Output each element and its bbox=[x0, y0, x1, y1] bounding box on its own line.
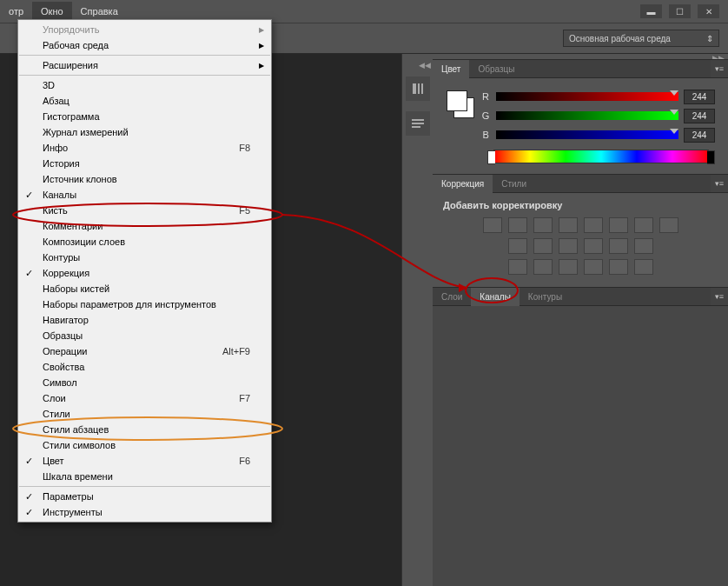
adj-icon-4[interactable] bbox=[584, 259, 603, 275]
color-bal-icon[interactable] bbox=[634, 217, 653, 233]
r-slider-handle[interactable] bbox=[670, 90, 678, 96]
menu-item[interactable]: Стили символов bbox=[18, 437, 271, 453]
r-slider[interactable] bbox=[496, 92, 678, 101]
menu-item[interactable]: Свойства bbox=[18, 359, 271, 375]
menu-item-label: Абзац bbox=[43, 96, 69, 106]
layers-panel-tabs: Слои Каналы Контуры ▾≡ bbox=[433, 287, 728, 306]
bw-icon[interactable] bbox=[659, 217, 678, 233]
menu-item[interactable]: Стили абзацев bbox=[18, 422, 271, 437]
workspace-selector[interactable]: Основная рабочая среда ⇕ bbox=[563, 30, 719, 47]
menu-item-label: Рабочая среда bbox=[43, 40, 109, 50]
menu-item[interactable]: ✓Коррекция bbox=[18, 265, 271, 281]
tab-swatches[interactable]: Образцы bbox=[469, 60, 523, 78]
hue-sat-icon[interactable] bbox=[609, 217, 628, 233]
menubar-item-truncated[interactable]: отр bbox=[0, 2, 32, 21]
menu-item[interactable]: Комментарии bbox=[18, 218, 271, 234]
menu-item-shortcut: F6 bbox=[239, 456, 250, 466]
adj-icon-3[interactable] bbox=[559, 259, 578, 275]
menu-item[interactable]: Стили bbox=[18, 406, 271, 422]
menu-item[interactable]: Навигатор bbox=[18, 312, 271, 328]
menu-item[interactable]: СлоиF7 bbox=[18, 390, 271, 406]
tab-styles[interactable]: Стили bbox=[493, 175, 535, 193]
b-slider-handle[interactable] bbox=[670, 129, 678, 134]
posterize-icon[interactable] bbox=[609, 238, 628, 254]
menu-item[interactable]: Источник клонов bbox=[18, 171, 271, 187]
menu-item[interactable]: Образцы bbox=[18, 328, 271, 343]
tab-layers[interactable]: Слои bbox=[433, 288, 471, 306]
menu-item-label: Наборы кистей bbox=[43, 283, 109, 294]
menu-item[interactable]: ИнфоF8 bbox=[18, 140, 271, 156]
g-slider-handle[interactable] bbox=[670, 110, 678, 115]
menu-item[interactable]: Композиции слоев bbox=[18, 234, 271, 250]
window-menu-dropdown: УпорядочитьРабочая средаРасширения3DАбза… bbox=[17, 19, 272, 523]
b-slider[interactable] bbox=[496, 130, 678, 139]
menu-item-label: Инструменты bbox=[43, 507, 103, 517]
menu-item-shortcut: F5 bbox=[239, 205, 250, 216]
menu-item[interactable]: Расширения bbox=[18, 57, 271, 73]
menu-item[interactable]: ✓ЦветF6 bbox=[18, 453, 271, 469]
r-value-input[interactable]: 244 bbox=[684, 90, 715, 104]
menu-item[interactable]: ✓Каналы bbox=[18, 187, 271, 203]
menu-item-label: Упорядочить bbox=[43, 24, 99, 35]
hue-ramp[interactable] bbox=[493, 150, 709, 163]
collapsed-panel-icon-2[interactable] bbox=[406, 111, 430, 136]
levels-icon[interactable] bbox=[508, 217, 527, 233]
b-value-input[interactable]: 244 bbox=[684, 128, 715, 143]
grad-map-icon[interactable] bbox=[508, 259, 527, 275]
close-button[interactable]: ✕ bbox=[698, 4, 719, 18]
menu-item-shortcut: F7 bbox=[239, 393, 250, 403]
tab-channels[interactable]: Каналы bbox=[471, 288, 520, 306]
menu-item[interactable]: Гистограмма bbox=[18, 109, 271, 124]
menu-item[interactable]: История bbox=[18, 156, 271, 171]
tab-corrections[interactable]: Коррекция bbox=[433, 175, 493, 193]
foreground-color-swatch[interactable] bbox=[447, 90, 467, 111]
menu-item-label: Инфо bbox=[43, 143, 68, 153]
fg-bg-swatch[interactable] bbox=[443, 87, 478, 122]
menu-item[interactable]: Абзац bbox=[18, 93, 271, 109]
threshold-icon[interactable] bbox=[634, 238, 653, 254]
menu-item-label: Цвет bbox=[43, 456, 64, 466]
svg-rect-5 bbox=[412, 126, 420, 128]
menu-item-label: Комментарии bbox=[43, 221, 103, 231]
curves-icon[interactable] bbox=[533, 217, 553, 233]
menu-item[interactable]: ✓Инструменты bbox=[18, 504, 271, 520]
adj-icon-5[interactable] bbox=[609, 259, 628, 275]
panel-flyout-menu-icon[interactable]: ▾≡ bbox=[711, 60, 728, 77]
exposure-icon[interactable] bbox=[559, 217, 578, 233]
collapsed-panel-icon-1[interactable] bbox=[406, 77, 430, 101]
vibrance-icon[interactable] bbox=[584, 217, 603, 233]
menu-item[interactable]: Контуры bbox=[18, 250, 271, 265]
menu-separator bbox=[19, 486, 270, 487]
adj-icon-6[interactable] bbox=[634, 259, 653, 275]
tab-color[interactable]: Цвет bbox=[433, 60, 469, 78]
tab-paths[interactable]: Контуры bbox=[520, 288, 571, 306]
brightness-icon[interactable] bbox=[483, 217, 502, 233]
minimize-button[interactable]: ▬ bbox=[640, 4, 662, 18]
menu-item[interactable]: 3D bbox=[18, 77, 271, 93]
menu-item[interactable]: Наборы кистей bbox=[18, 281, 271, 296]
g-slider[interactable] bbox=[496, 111, 678, 120]
menu-item[interactable]: Наборы параметров для инструментов bbox=[18, 296, 271, 312]
menu-item[interactable]: КистьF5 bbox=[18, 203, 271, 218]
channel-mixer-icon[interactable] bbox=[533, 238, 553, 254]
menu-item[interactable]: Рабочая среда bbox=[18, 37, 271, 53]
sel-color-icon[interactable] bbox=[533, 259, 553, 275]
g-value-input[interactable]: 244 bbox=[684, 109, 715, 123]
menubar-item-help[interactable]: Справка bbox=[72, 2, 127, 21]
menubar-item-window[interactable]: Окно bbox=[32, 2, 72, 21]
photo-filter-icon[interactable] bbox=[508, 238, 527, 254]
chevron-updown-icon: ⇕ bbox=[706, 34, 713, 43]
menu-item[interactable]: Шкала времени bbox=[18, 469, 271, 484]
menu-item[interactable]: ОперацииAlt+F9 bbox=[18, 343, 271, 359]
menu-item[interactable]: ✓Параметры bbox=[18, 489, 271, 504]
collapsed-panel-strip: ◀◀ bbox=[401, 54, 433, 586]
maximize-button[interactable]: ☐ bbox=[669, 4, 691, 18]
color-lookup-icon[interactable] bbox=[559, 238, 578, 254]
workspace-label: Основная рабочая среда bbox=[569, 34, 671, 43]
menu-item[interactable]: Символ bbox=[18, 375, 271, 390]
invert-icon[interactable] bbox=[584, 238, 603, 254]
panel-flyout-menu-icon[interactable]: ▾≡ bbox=[711, 175, 728, 192]
expand-strip-icon[interactable]: ◀◀ bbox=[419, 61, 431, 66]
panel-flyout-menu-icon[interactable]: ▾≡ bbox=[711, 288, 728, 305]
menu-item[interactable]: Журнал измерений bbox=[18, 124, 271, 140]
